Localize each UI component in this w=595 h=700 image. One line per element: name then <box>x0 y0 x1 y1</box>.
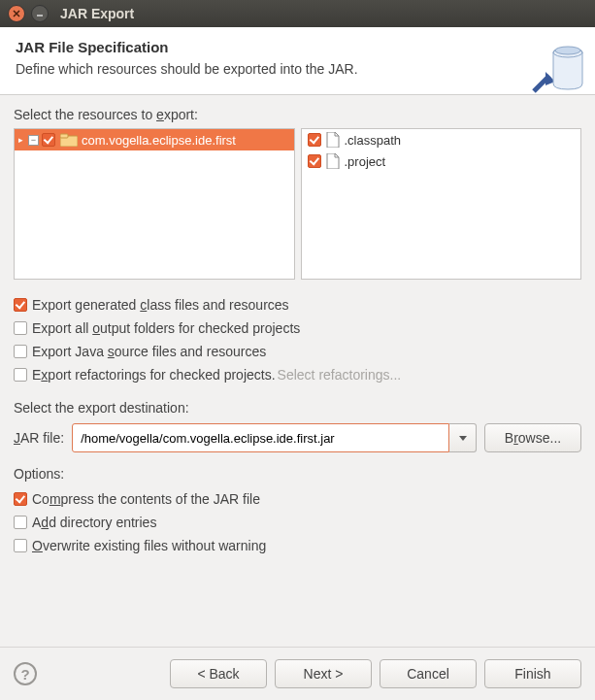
export-output-folders-option[interactable]: Export all output folders for checked pr… <box>14 317 581 340</box>
overwrite-option[interactable]: Overwrite existing files without warning <box>14 534 581 557</box>
back-button[interactable]: < Back <box>170 659 267 688</box>
checkbox[interactable] <box>14 321 27 335</box>
minimize-window-button[interactable] <box>31 5 49 22</box>
checkbox[interactable] <box>14 516 27 529</box>
file-checkbox[interactable] <box>308 133 321 147</box>
close-window-button[interactable] <box>8 5 25 22</box>
select-refactorings-link: Select refactorings... <box>278 367 402 383</box>
jar-file-dropdown[interactable] <box>449 423 477 452</box>
add-directory-entries-option[interactable]: Add directory entries <box>14 511 581 534</box>
cancel-button[interactable]: Cancel <box>380 659 477 688</box>
jar-file-label: JAR file: <box>14 430 64 446</box>
tree-item[interactable]: ▸ − com.vogella.eclipse.ide.first <box>15 129 294 150</box>
jar-icon <box>532 41 585 99</box>
chevron-down-icon <box>459 436 467 441</box>
svg-point-2 <box>555 47 580 54</box>
browse-button[interactable]: Browse... <box>484 423 581 452</box>
resources-label: Select the resources to export: <box>14 107 581 122</box>
destination-label: Select the export destination: <box>14 400 581 416</box>
file-checkbox[interactable] <box>308 154 321 168</box>
project-icon <box>60 133 78 147</box>
tree-item-label: com.vogella.eclipse.ide.first <box>82 133 236 148</box>
export-refactorings-option[interactable]: Export refactorings for checked projects… <box>14 363 581 386</box>
export-source-files-option[interactable]: Export Java source files and resources <box>14 340 581 363</box>
help-button[interactable]: ? <box>14 662 37 685</box>
page-title: JAR File Specification <box>16 39 579 55</box>
footer: ? < Back Next > Cancel Finish <box>0 647 595 700</box>
tree-collapse-icon[interactable]: − <box>28 135 39 146</box>
file-item[interactable]: .classpath <box>302 129 581 150</box>
checkbox[interactable] <box>14 539 27 552</box>
header: JAR File Specification Define which reso… <box>0 27 595 95</box>
window-title: JAR Export <box>60 6 134 21</box>
file-item[interactable]: .project <box>302 150 581 172</box>
file-icon <box>326 153 340 169</box>
content-area: Select the resources to export: ▸ − com.… <box>0 95 595 565</box>
resource-tree-pane[interactable]: ▸ − com.vogella.eclipse.ide.first <box>14 128 295 280</box>
checkbox[interactable] <box>14 492 27 506</box>
export-class-files-option[interactable]: Export generated class files and resourc… <box>14 293 581 317</box>
page-subtitle: Define which resources should be exporte… <box>16 61 579 77</box>
options-label: Options: <box>14 466 581 482</box>
compress-option[interactable]: Compress the contents of the JAR file <box>14 487 581 511</box>
svg-rect-4 <box>60 134 68 138</box>
file-list-pane[interactable]: .classpath .project <box>301 128 582 280</box>
tree-expand-icon[interactable]: ▸ <box>18 135 28 145</box>
file-icon <box>326 132 340 148</box>
checkbox[interactable] <box>14 345 27 358</box>
next-button[interactable]: Next > <box>275 659 372 688</box>
checkbox[interactable] <box>14 368 27 382</box>
jar-file-input[interactable] <box>72 423 449 452</box>
checkbox[interactable] <box>14 298 27 312</box>
file-name: .classpath <box>345 133 402 148</box>
titlebar: JAR Export <box>0 0 595 27</box>
tree-item-checkbox[interactable] <box>42 133 55 147</box>
jar-file-combo[interactable] <box>72 423 477 452</box>
finish-button[interactable]: Finish <box>484 659 581 688</box>
file-name: .project <box>345 154 386 169</box>
